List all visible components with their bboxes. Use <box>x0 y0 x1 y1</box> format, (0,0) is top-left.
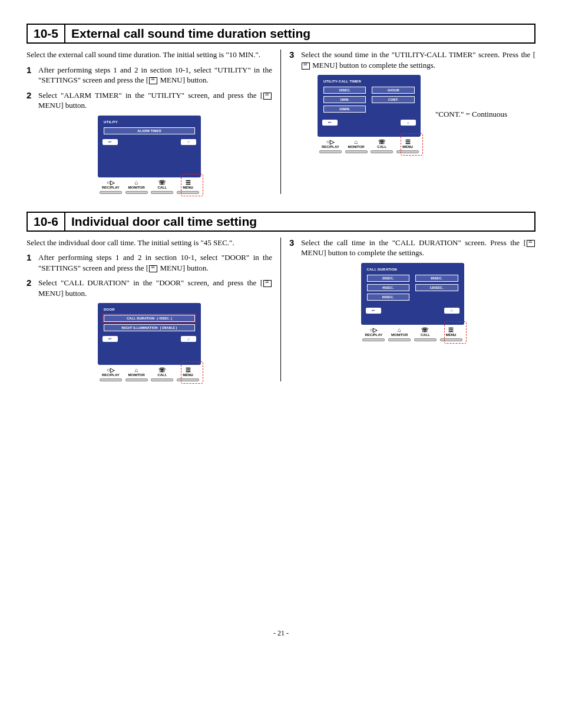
step-number: 1 <box>27 65 38 85</box>
screen-button: 10MIN. <box>323 106 366 113</box>
recplay-icon: ○▷ <box>361 327 387 333</box>
hw-button <box>440 338 462 341</box>
soft-key-circle-icon: ○ <box>181 139 196 145</box>
hw-button <box>177 378 199 381</box>
section-title: External call sound time duration settin… <box>65 25 316 42</box>
recplay-icon: ○▷ <box>98 367 124 373</box>
menu-icon <box>527 240 535 247</box>
hw-button <box>371 150 393 153</box>
section-number: 10-5 <box>28 25 65 42</box>
step-1: 1 After performing steps 1 and 2 in sect… <box>27 65 272 85</box>
soft-key-back-icon: ⤺ <box>103 336 118 342</box>
monitor-icon: ⌂ <box>124 180 150 186</box>
step-3: 3 Select the call time in the "CALL DURA… <box>289 238 535 258</box>
hw-button <box>345 150 368 153</box>
screen-button: 1HOUR <box>372 87 415 94</box>
soft-key-circle-icon: ○ <box>401 120 416 126</box>
section-number: 10-6 <box>28 213 65 230</box>
hw-button <box>100 191 122 194</box>
soft-key-circle-icon: ○ <box>181 336 196 342</box>
soft-key-back-icon: ⤺ <box>322 120 338 126</box>
menu-hw-icon: ☰ <box>175 180 201 186</box>
page-number: - 21 - <box>27 629 535 638</box>
soft-key-circle-icon: ○ <box>444 308 459 314</box>
section-title: Individual door call time setting <box>65 213 263 230</box>
hw-button <box>100 378 122 381</box>
step-number: 1 <box>27 252 38 273</box>
soft-key-back-icon: ⤺ <box>366 308 381 314</box>
screen-title: CALL DURATION <box>367 268 461 271</box>
hw-button <box>388 338 411 341</box>
screen-button: 45SEC. <box>367 284 410 291</box>
menu-hw-icon: ☰ <box>395 139 421 145</box>
hw-button <box>151 378 173 381</box>
step-1: 1 After performing steps 1 and 2 in sect… <box>27 252 272 273</box>
menu-icon <box>149 265 157 272</box>
screen-button: 30SEC. <box>367 275 410 282</box>
step-number: 3 <box>289 50 301 70</box>
section-header-10-5: 10-5 External call sound time duration s… <box>27 24 535 44</box>
step-number: 3 <box>289 238 301 258</box>
screen-button: CONT. <box>372 96 415 103</box>
step-3: 3 Select the sound time in the "UTILITY-… <box>289 50 535 70</box>
screen-title: UTILITY <box>104 120 197 124</box>
recplay-icon: ○▷ <box>318 139 343 145</box>
call-icon: ☏ <box>369 139 395 145</box>
step-text: After performing steps 1 and 2 in sectio… <box>38 65 272 85</box>
menu-hw-icon: ☰ <box>438 327 464 333</box>
hw-button <box>125 191 148 194</box>
intro-text: Select the external call sound time dura… <box>27 50 272 60</box>
screen-row-call-duration: CALL DURATION [ 45SEC. ] <box>104 315 195 322</box>
recplay-icon: ○▷ <box>98 180 124 186</box>
device-door-screen: DOOR CALL DURATION [ 45SEC. ] NIGHT ILLU… <box>98 303 201 381</box>
call-icon: ☏ <box>150 180 176 186</box>
step-number: 2 <box>27 278 38 298</box>
section-header-10-6: 10-6 Individual door call time setting <box>27 212 535 232</box>
section-10-5-body: Select the external call sound time dura… <box>27 50 535 194</box>
step-text: Select the call time in the "CALL DURATI… <box>301 238 535 258</box>
screen-button: 120SEC. <box>415 284 458 291</box>
intro-text: Select the individual door call time. Th… <box>27 238 272 248</box>
hardware-labels: ○▷REC/PLAY ⌂MONITOR ☏CALL ☰MENU <box>361 327 464 337</box>
hw-button <box>319 150 342 153</box>
menu-icon <box>302 62 310 70</box>
step-text: Select "CALL DURATION" in the "DOOR" scr… <box>38 278 272 298</box>
soft-key-back-icon: ⤺ <box>103 139 118 145</box>
step-number: 2 <box>27 90 38 111</box>
hardware-labels: ○▷REC/PLAY ⌂MONITOR ☏CALL ☰MENU <box>98 180 201 189</box>
screen-button: 1MIN. <box>323 96 366 103</box>
menu-icon <box>263 280 272 287</box>
hw-button <box>362 338 385 341</box>
step-2: 2 Select "CALL DURATION" in the "DOOR" s… <box>27 278 272 298</box>
screen-button-alarm-timer: ALARM TIMER <box>104 127 195 134</box>
screen-title: DOOR <box>104 308 197 311</box>
hw-button <box>125 378 148 381</box>
screen-button: 10SEC. <box>323 87 366 94</box>
call-icon: ☏ <box>412 327 438 333</box>
hardware-labels: ○▷REC/PLAY ⌂MONITOR ☏CALL ☰MENU <box>98 367 201 377</box>
cont-note: "CONT." = Continuous <box>435 110 507 119</box>
step-text: Select "ALARM TIMER" in the "UTILITY" sc… <box>38 90 272 111</box>
hw-button <box>396 150 419 153</box>
call-icon: ☏ <box>150 367 176 373</box>
section-10-6-body: Select the individual door call time. Th… <box>27 238 535 382</box>
monitor-icon: ⌂ <box>343 139 369 145</box>
hw-button <box>151 191 173 194</box>
device-utility-call-timer-screen: UTILITY-CALL TIMER 10SEC. 1MIN. 10MIN. 1… <box>318 75 421 153</box>
step-2: 2 Select "ALARM TIMER" in the "UTILITY" … <box>27 90 272 111</box>
menu-icon <box>263 93 272 100</box>
hardware-labels: ○▷REC/PLAY ⌂MONITOR ☏CALL ☰MENU <box>318 139 421 149</box>
monitor-icon: ⌂ <box>386 327 412 333</box>
menu-hw-icon: ☰ <box>175 367 201 373</box>
device-utility-screen: UTILITY ALARM TIMER ⤺ ○ ○▷REC/PLAY ⌂MONI… <box>98 116 201 194</box>
monitor-icon: ⌂ <box>124 367 150 373</box>
device-call-duration-screen: CALL DURATION 30SEC. 45SEC. 60SEC. 90SEC… <box>361 263 464 341</box>
screen-row-night-illumination: NIGHT ILLUMINATION [ ENABLE ] <box>104 324 195 331</box>
hw-button <box>177 191 199 194</box>
screen-title: UTILITY-CALL TIMER <box>323 80 417 83</box>
menu-icon <box>149 77 157 84</box>
step-text: After performing steps 1 and 2 in sectio… <box>38 252 272 273</box>
step-text: Select the sound time in the "UTILITY-CA… <box>301 50 535 70</box>
screen-button: 60SEC. <box>367 294 410 301</box>
screen-button: 90SEC. <box>415 275 458 282</box>
